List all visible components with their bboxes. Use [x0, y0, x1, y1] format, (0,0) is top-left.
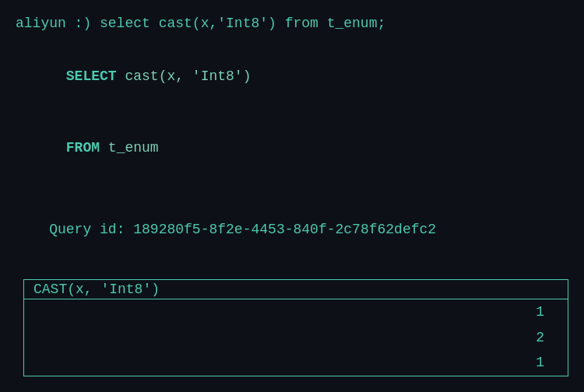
query-id-label: Query id: — [49, 222, 133, 237]
sql-block: SELECT cast(x, 'Int8') FROM t_enum — [16, 41, 568, 184]
query-id-value: 189280f5-8f2e-4453-840f-2c78f62defc2 — [133, 222, 436, 237]
result-row-2: 2 — [24, 325, 568, 351]
result-row-3: 1 — [24, 350, 568, 376]
query-id-line: Query id: 189280f5-8f2e-4453-840f-2c78f6… — [16, 196, 568, 263]
result-table: CAST(x, 'Int8') 1 2 1 — [23, 279, 568, 376]
sql-line-2: FROM t_enum — [16, 113, 568, 184]
result-header: CAST(x, 'Int8') — [24, 280, 568, 299]
result-row-1: 1 — [24, 299, 568, 325]
select-keyword: SELECT — [66, 68, 117, 84]
sql-line-2-rest: t_enum — [100, 140, 159, 156]
prompt-line: aliyun :) select cast(x,'Int8') from t_e… — [16, 12, 568, 35]
sql-line-1-rest: cast(x, 'Int8') — [117, 68, 252, 84]
terminal-output: aliyun :) select cast(x,'Int8') from t_e… — [16, 12, 568, 380]
from-keyword: FROM — [66, 140, 100, 156]
sql-line-1: SELECT cast(x, 'Int8') — [16, 41, 568, 113]
